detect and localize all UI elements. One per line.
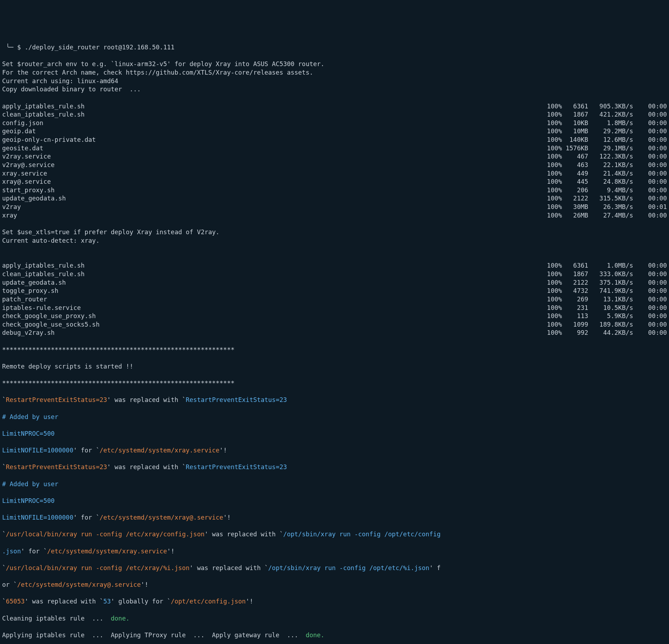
limit-nofile-1: LimitNOFILE=1000000' for `/etc/systemd/s… [2,446,667,455]
transfer-row: clean_iptables_rule.sh 100% 1867 421.2KB… [2,111,667,119]
transfer-row: apply_iptables_rule.sh 100% 6361 1.0MB/s… [2,262,667,270]
started-line: Remote deploy scripts is started !! [2,363,667,371]
prompt-line: ╰─ $ ./deploy_side_router root@192.168.5… [2,43,667,52]
added-comment-2: # Added by user [2,480,667,489]
bin-replace-1b: .json' for `/etc/systemd/system/xray.ser… [2,547,667,556]
transfer-block-1: apply_iptables_rule.sh 100% 6361 905.3KB… [2,102,667,220]
intro-line: Copy downloaded binary to router ... [2,85,667,94]
transfer-row: update_geodata.sh 100% 2122 375.1KB/s 00… [2,279,667,287]
limit-nproc-2: LimitNPROC=500 [2,497,667,505]
intro-line: For the correct Arch name, check https:/… [2,69,667,77]
added-comment: # Added by user [2,413,667,422]
transfer-row: patch_router 100% 269 13.1KB/s 00:00 [2,295,667,304]
terminal[interactable]: ╰─ $ ./deploy_side_router root@192.168.5… [0,34,669,644]
transfer-row: apply_iptables_rule.sh 100% 6361 905.3KB… [2,102,667,111]
transfer-row: check_google_use_socks5.sh 100% 1099 189… [2,321,667,329]
transfer-row: xray.service 100% 449 21.4KB/s 00:00 [2,170,667,178]
transfer-row: geosite.dat 100% 1576KB 29.1MB/s 00:00 [2,144,667,153]
apply-line: Applying iptables rule ... Applying TPro… [2,631,667,640]
clean-line: Cleaning iptables rule ... done. [2,615,667,623]
star-line: ****************************************… [2,346,667,354]
mid-line: Current auto-detect: xray. [2,237,667,245]
intro-line: Set $router_arch env to e.g. `linux-arm3… [2,60,667,69]
transfer-row: v2ray.service 100% 467 122.3KB/s 00:00 [2,152,667,161]
command-text: ./deploy_side_router root@192.168.50.111 [25,44,174,51]
mid-line [2,245,667,253]
transfer-row: v2ray 100% 30MB 26.3MB/s 00:01 [2,203,667,211]
transfer-row: toggle_proxy.sh 100% 4732 741.9KB/s 00:0… [2,287,667,295]
transfer-row: config.json 100% 10KB 1.8MB/s 00:00 [2,119,667,128]
mid-line: Set $use_xtls=true if prefer deploy Xray… [2,228,667,237]
mid-lines: Set $use_xtls=true if prefer deploy Xray… [2,228,667,253]
transfer-row: xray@.service 100% 445 24.8KB/s 00:00 [2,178,667,186]
transfer-row: iptables-rule.service 100% 231 10.5KB/s … [2,304,667,312]
bin-replace-1a: `/usr/local/bin/xray run -config /etc/xr… [2,530,667,539]
transfer-row: xray 100% 26MB 27.4MB/s 00:00 [2,211,667,220]
limit-nofile-2: LimitNOFILE=1000000' for `/etc/systemd/s… [2,514,667,522]
replace-line-2: `RestartPreventExitStatus=23' was replac… [2,463,667,472]
port-replace: `65053' was replaced with `53' globally … [2,597,667,606]
prompt-symbol: $ [14,44,25,51]
transfer-row: v2ray@.service 100% 463 22.1KB/s 00:00 [2,161,667,170]
limit-nproc: LimitNPROC=500 [2,430,667,438]
star-line: ****************************************… [2,379,667,388]
transfer-row: start_proxy.sh 100% 206 9.4MB/s 00:00 [2,186,667,195]
bin-replace-2a: `/usr/local/bin/xray run -config /etc/xr… [2,564,667,573]
bin-replace-2b: or `/etc/systemd/system/xray@.service'! [2,581,667,589]
transfer-row: check_google_use_proxy.sh 100% 113 5.9KB… [2,312,667,321]
transfer-row: clean_iptables_rule.sh 100% 1867 333.0KB… [2,270,667,279]
transfer-block-2: apply_iptables_rule.sh 100% 6361 1.0MB/s… [2,262,667,337]
transfer-row: geoip-only-cn-private.dat 100% 140KB 12.… [2,136,667,144]
transfer-row: geoip.dat 100% 10MB 29.2MB/s 00:00 [2,127,667,136]
intro-lines: Set $router_arch env to e.g. `linux-arm3… [2,60,667,94]
transfer-row: update_geodata.sh 100% 2122 315.5KB/s 00… [2,194,667,203]
replace-line-1: `RestartPreventExitStatus=23' was replac… [2,396,667,404]
tree-icon: ╰─ [2,44,14,51]
intro-line: Current arch using: linux-amd64 [2,77,667,86]
transfer-row: debug_v2ray.sh 100% 992 44.2KB/s 00:00 [2,329,667,337]
